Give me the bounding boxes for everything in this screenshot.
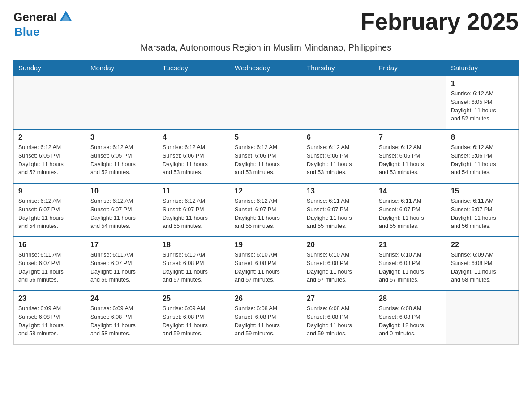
day-info: Sunrise: 6:12 AM Sunset: 6:07 PM Dayligh… (235, 197, 297, 231)
day-number: 28 (379, 295, 442, 303)
calendar-cell: 1Sunrise: 6:12 AM Sunset: 6:05 PM Daylig… (446, 76, 519, 129)
day-info: Sunrise: 6:11 AM Sunset: 6:07 PM Dayligh… (451, 197, 514, 231)
day-info: Sunrise: 6:12 AM Sunset: 6:07 PM Dayligh… (163, 197, 225, 231)
calendar-cell: 11Sunrise: 6:12 AM Sunset: 6:07 PM Dayli… (158, 183, 230, 237)
calendar-cell: 23Sunrise: 6:09 AM Sunset: 6:08 PM Dayli… (14, 291, 86, 344)
day-number: 19 (235, 241, 297, 249)
day-info: Sunrise: 6:12 AM Sunset: 6:07 PM Dayligh… (18, 197, 81, 231)
calendar-week-1: 1Sunrise: 6:12 AM Sunset: 6:05 PM Daylig… (14, 76, 519, 129)
calendar-cell: 17Sunrise: 6:11 AM Sunset: 6:07 PM Dayli… (86, 237, 158, 291)
calendar-cell: 28Sunrise: 6:08 AM Sunset: 6:08 PM Dayli… (374, 291, 446, 344)
calendar-cell: 21Sunrise: 6:10 AM Sunset: 6:08 PM Dayli… (374, 237, 446, 291)
logo: General Blue (13, 9, 74, 39)
title-block: February 2025 (360, 9, 519, 34)
day-number: 2 (18, 133, 81, 141)
calendar-cell: 16Sunrise: 6:11 AM Sunset: 6:07 PM Dayli… (14, 237, 86, 291)
logo-icon (58, 9, 74, 25)
calendar-week-4: 16Sunrise: 6:11 AM Sunset: 6:07 PM Dayli… (14, 237, 519, 291)
day-info: Sunrise: 6:10 AM Sunset: 6:08 PM Dayligh… (235, 251, 297, 284)
calendar-table: SundayMondayTuesdayWednesdayThursdayFrid… (13, 60, 519, 345)
calendar-cell: 24Sunrise: 6:09 AM Sunset: 6:08 PM Dayli… (86, 291, 158, 344)
calendar-week-5: 23Sunrise: 6:09 AM Sunset: 6:08 PM Dayli… (14, 291, 519, 344)
calendar-cell: 12Sunrise: 6:12 AM Sunset: 6:07 PM Dayli… (230, 183, 302, 237)
calendar-cell: 7Sunrise: 6:12 AM Sunset: 6:06 PM Daylig… (374, 129, 446, 183)
calendar-cell: 19Sunrise: 6:10 AM Sunset: 6:08 PM Dayli… (230, 237, 302, 291)
day-info: Sunrise: 6:12 AM Sunset: 6:05 PM Dayligh… (18, 143, 81, 177)
calendar-cell: 14Sunrise: 6:11 AM Sunset: 6:07 PM Dayli… (374, 183, 446, 237)
calendar-cell: 9Sunrise: 6:12 AM Sunset: 6:07 PM Daylig… (14, 183, 86, 237)
weekday-header-sunday: Sunday (14, 60, 86, 76)
day-info: Sunrise: 6:11 AM Sunset: 6:07 PM Dayligh… (18, 251, 81, 284)
calendar-cell: 4Sunrise: 6:12 AM Sunset: 6:06 PM Daylig… (158, 129, 230, 183)
weekday-header-tuesday: Tuesday (158, 60, 230, 76)
day-info: Sunrise: 6:12 AM Sunset: 6:06 PM Dayligh… (307, 143, 369, 177)
calendar-cell: 15Sunrise: 6:11 AM Sunset: 6:07 PM Dayli… (446, 183, 519, 237)
calendar-cell: 8Sunrise: 6:12 AM Sunset: 6:06 PM Daylig… (446, 129, 519, 183)
day-number: 27 (307, 295, 369, 303)
location-subtitle: Marsada, Autonomous Region in Muslim Min… (13, 43, 519, 53)
weekday-header-saturday: Saturday (446, 60, 519, 76)
day-number: 6 (307, 133, 369, 141)
day-number: 8 (451, 133, 514, 141)
calendar-week-2: 2Sunrise: 6:12 AM Sunset: 6:05 PM Daylig… (14, 129, 519, 183)
day-number: 18 (163, 241, 225, 249)
day-number: 23 (18, 295, 81, 303)
day-number: 12 (235, 187, 297, 195)
day-number: 1 (451, 80, 514, 88)
calendar-cell: 27Sunrise: 6:08 AM Sunset: 6:08 PM Dayli… (302, 291, 374, 344)
day-number: 21 (379, 241, 442, 249)
day-info: Sunrise: 6:11 AM Sunset: 6:07 PM Dayligh… (307, 197, 369, 231)
calendar-cell (446, 291, 519, 344)
day-info: Sunrise: 6:10 AM Sunset: 6:08 PM Dayligh… (307, 251, 369, 284)
day-info: Sunrise: 6:10 AM Sunset: 6:08 PM Dayligh… (379, 251, 442, 284)
calendar-cell (14, 76, 86, 129)
calendar-cell: 20Sunrise: 6:10 AM Sunset: 6:08 PM Dayli… (302, 237, 374, 291)
day-info: Sunrise: 6:12 AM Sunset: 6:07 PM Dayligh… (90, 197, 153, 231)
day-number: 17 (90, 241, 153, 249)
weekday-header-thursday: Thursday (302, 60, 374, 76)
day-info: Sunrise: 6:10 AM Sunset: 6:08 PM Dayligh… (163, 251, 225, 284)
day-info: Sunrise: 6:09 AM Sunset: 6:08 PM Dayligh… (90, 304, 153, 338)
day-number: 24 (90, 295, 153, 303)
day-number: 9 (18, 187, 81, 195)
day-number: 14 (379, 187, 442, 195)
calendar-cell (374, 76, 446, 129)
day-info: Sunrise: 6:12 AM Sunset: 6:05 PM Dayligh… (90, 143, 153, 177)
day-number: 5 (235, 133, 297, 141)
calendar-cell (302, 76, 374, 129)
calendar-cell: 5Sunrise: 6:12 AM Sunset: 6:06 PM Daylig… (230, 129, 302, 183)
logo-blue-text: Blue (14, 25, 39, 39)
day-info: Sunrise: 6:12 AM Sunset: 6:06 PM Dayligh… (451, 143, 514, 177)
calendar-cell (86, 76, 158, 129)
weekday-header-monday: Monday (86, 60, 158, 76)
day-number: 16 (18, 241, 81, 249)
day-number: 4 (163, 133, 225, 141)
day-info: Sunrise: 6:11 AM Sunset: 6:07 PM Dayligh… (379, 197, 442, 231)
day-info: Sunrise: 6:11 AM Sunset: 6:07 PM Dayligh… (90, 251, 153, 284)
day-number: 10 (90, 187, 153, 195)
calendar-cell: 10Sunrise: 6:12 AM Sunset: 6:07 PM Dayli… (86, 183, 158, 237)
day-info: Sunrise: 6:12 AM Sunset: 6:06 PM Dayligh… (379, 143, 442, 177)
month-title: February 2025 (360, 9, 519, 34)
day-number: 11 (163, 187, 225, 195)
day-number: 26 (235, 295, 297, 303)
day-info: Sunrise: 6:08 AM Sunset: 6:08 PM Dayligh… (235, 304, 297, 338)
day-number: 15 (451, 187, 514, 195)
calendar-cell: 25Sunrise: 6:09 AM Sunset: 6:08 PM Dayli… (158, 291, 230, 344)
day-info: Sunrise: 6:12 AM Sunset: 6:06 PM Dayligh… (235, 143, 297, 177)
calendar-cell: 13Sunrise: 6:11 AM Sunset: 6:07 PM Dayli… (302, 183, 374, 237)
day-info: Sunrise: 6:08 AM Sunset: 6:08 PM Dayligh… (307, 304, 369, 338)
calendar-cell: 22Sunrise: 6:09 AM Sunset: 6:08 PM Dayli… (446, 237, 519, 291)
day-number: 13 (307, 187, 369, 195)
calendar-cell: 2Sunrise: 6:12 AM Sunset: 6:05 PM Daylig… (14, 129, 86, 183)
calendar-cell: 26Sunrise: 6:08 AM Sunset: 6:08 PM Dayli… (230, 291, 302, 344)
day-number: 22 (451, 241, 514, 249)
day-info: Sunrise: 6:12 AM Sunset: 6:05 PM Dayligh… (451, 90, 514, 123)
calendar-cell: 3Sunrise: 6:12 AM Sunset: 6:05 PM Daylig… (86, 129, 158, 183)
day-number: 7 (379, 133, 442, 141)
day-info: Sunrise: 6:08 AM Sunset: 6:08 PM Dayligh… (379, 304, 442, 338)
page-header: General Blue February 2025 (13, 9, 519, 39)
calendar-cell: 6Sunrise: 6:12 AM Sunset: 6:06 PM Daylig… (302, 129, 374, 183)
day-info: Sunrise: 6:09 AM Sunset: 6:08 PM Dayligh… (18, 304, 81, 338)
calendar-week-3: 9Sunrise: 6:12 AM Sunset: 6:07 PM Daylig… (14, 183, 519, 237)
